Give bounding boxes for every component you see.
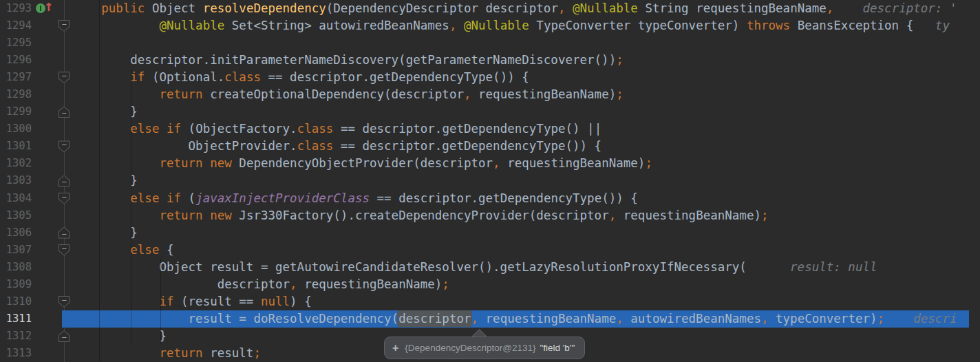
code-text[interactable]: }	[72, 328, 167, 345]
line-number[interactable]: 1302	[0, 155, 32, 172]
code-text[interactable]: descriptor.initParameterNameDiscovery(ge…	[72, 52, 624, 69]
code-token: TypeConverter typeConverter)	[529, 19, 747, 32]
line-number[interactable]: 1303	[0, 172, 32, 189]
code-text[interactable]: }	[72, 224, 138, 242]
code-token: if	[159, 295, 173, 308]
code-text[interactable]: descriptor, requestingBeanName);	[72, 276, 449, 293]
code-token	[159, 122, 167, 136]
code-token: typeConverter)	[769, 312, 877, 326]
line-number[interactable]: 1311	[0, 310, 32, 328]
line-number[interactable]: 1301	[0, 138, 32, 155]
code-token	[72, 19, 159, 32]
line-number[interactable]: 1299	[0, 103, 32, 120]
tooltip-object-value: "field 'b'"	[540, 343, 575, 353]
code-token: return	[159, 87, 202, 101]
inline-debugger-hint: result: null	[747, 260, 877, 274]
code-token: descriptor.initParameterNameDiscovery(ge…	[72, 53, 616, 67]
code-token: return	[159, 346, 202, 360]
fold-marker-end[interactable]: −	[58, 227, 70, 239]
code-token: ,	[290, 277, 297, 291]
code-editor: 1293↑ public Object resolveDependency(De…	[0, 0, 980, 362]
collapse-minus-icon: −	[58, 230, 70, 239]
code-token: BeansException {	[790, 19, 913, 32]
code-token: ,	[761, 312, 769, 326]
code-text[interactable]: @Nullable Set<String> autowiredBeanNames…	[72, 17, 950, 34]
code-token	[72, 209, 159, 222]
fold-marker-start[interactable]: −	[58, 244, 70, 256]
code-text[interactable]: result = doResolveDependency(descriptor,…	[72, 310, 957, 328]
code-token: class	[297, 139, 334, 153]
code-token: class	[297, 122, 334, 136]
fold-marker-end[interactable]: −	[58, 106, 70, 118]
collapse-minus-icon: −	[58, 193, 70, 202]
fold-marker-start[interactable]: −	[58, 72, 70, 83]
code-text[interactable]: ObjectProvider.class == descriptor.getDe…	[72, 138, 601, 155]
line-number[interactable]: 1309	[0, 276, 32, 293]
code-text[interactable]: return result;	[72, 345, 261, 362]
line-number[interactable]: 1305	[0, 207, 32, 224]
code-text[interactable]: if (result == null) {	[72, 293, 312, 310]
line-number[interactable]: 1297	[0, 69, 32, 86]
code-token: ,	[827, 1, 834, 15]
line-number[interactable]: 1296	[0, 52, 32, 69]
collapse-minus-icon: −	[58, 244, 70, 253]
collapse-minus-icon: −	[58, 109, 70, 118]
code-text[interactable]: }	[72, 103, 138, 120]
code-text[interactable]: return createOptionalDependency(descript…	[72, 86, 624, 103]
line-number[interactable]: 1307	[0, 242, 32, 259]
fold-marker-end[interactable]: −	[58, 330, 70, 342]
line-number[interactable]: 1312	[0, 328, 32, 345]
code-token: {	[159, 243, 173, 257]
code-token: ObjectProvider.	[72, 139, 297, 153]
line-number[interactable]: 1300	[0, 120, 32, 138]
code-token: == descriptor.getDependencyType()) {	[333, 139, 601, 153]
code-line-1299: 1299− }	[0, 103, 980, 120]
line-number[interactable]: 1306	[0, 224, 32, 242]
code-text[interactable]: else if (ObjectFactory.class == descript…	[72, 120, 601, 138]
code-text[interactable]: public Object resolveDependency(Dependen…	[72, 0, 957, 17]
code-token: return	[159, 156, 202, 170]
code-line-1305: 1305 return new Jsr330Factory().createDe…	[0, 207, 980, 224]
fold-marker-start[interactable]: −	[58, 296, 70, 308]
code-line-1295: 1295	[0, 34, 980, 52]
code-token	[203, 209, 211, 222]
code-token: (result ==	[174, 295, 261, 308]
code-token: (	[181, 191, 195, 205]
code-text[interactable]: if (Optional.class == descriptor.getDepe…	[72, 69, 529, 86]
code-text[interactable]: }	[72, 172, 138, 189]
code-text[interactable]: Object result = getAutowireCandidateReso…	[72, 259, 877, 276]
code-token: if	[167, 122, 181, 136]
code-token: Object	[145, 1, 202, 15]
line-number[interactable]: 1313	[0, 345, 32, 362]
code-text[interactable]: else {	[72, 242, 174, 259]
fold-marker-start[interactable]: −	[58, 193, 70, 204]
collapse-minus-icon: −	[58, 333, 70, 342]
line-number[interactable]: 1304	[0, 190, 32, 207]
line-number[interactable]: 1294	[0, 17, 32, 34]
code-token: ;	[616, 53, 624, 67]
line-number[interactable]: 1298	[0, 86, 32, 103]
code-token: ) {	[290, 295, 312, 308]
line-number[interactable]: 1295	[0, 34, 32, 52]
line-number[interactable]: 1308	[0, 259, 32, 276]
code-text[interactable]: return new Jsr330Factory().createDepende…	[72, 207, 769, 224]
fold-marker-start[interactable]: −	[58, 140, 70, 152]
code-text[interactable]: else if (javaxInjectProviderClass == des…	[72, 190, 638, 207]
fold-marker-start[interactable]: −	[58, 20, 70, 32]
collapse-minus-icon: −	[58, 72, 70, 81]
code-token: requestingBeanName)	[297, 277, 443, 291]
code-token: null	[261, 295, 290, 308]
code-line-1301: 1301− ObjectProvider.class == descriptor…	[0, 138, 980, 155]
code-text[interactable]: return new DependencyObjectProvider(desc…	[72, 155, 652, 172]
code-token: Object result = getAutowireCandidateReso…	[72, 260, 747, 274]
code-token: throws	[747, 19, 790, 32]
navigate-to-super-arrow-icon[interactable]: ↑	[44, 0, 53, 14]
fold-marker-end[interactable]: −	[58, 175, 70, 187]
code-token: else	[130, 191, 159, 205]
line-number[interactable]: 1293	[0, 0, 32, 17]
code-token: result = doResolveDependency(	[72, 312, 398, 326]
code-token: requestingBeanName)	[500, 156, 646, 170]
code-token: }	[72, 329, 167, 343]
line-number[interactable]: 1310	[0, 293, 32, 310]
expand-node-plus-icon[interactable]: +	[392, 342, 398, 354]
